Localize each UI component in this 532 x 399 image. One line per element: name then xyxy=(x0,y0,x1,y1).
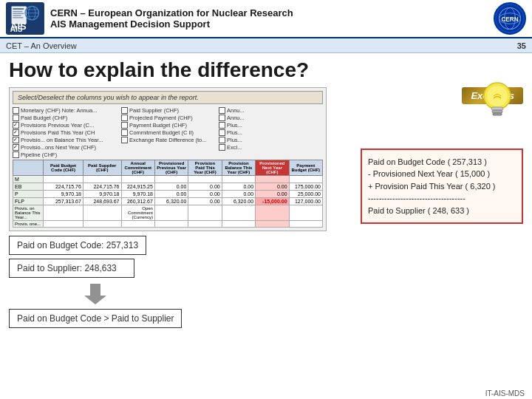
table-row: Provis. on Balance This Year... Open Com… xyxy=(13,205,323,220)
lightbulb-icon xyxy=(479,80,516,124)
checkbox-balance-this-year[interactable]: Provisio... on Balance This Year... xyxy=(13,137,116,143)
checkbox-plus3[interactable]: Plus... xyxy=(219,137,322,143)
checkbox-next-year[interactable]: Provisio...ons Next Year (CHF) xyxy=(13,144,116,151)
svg-rect-2 xyxy=(13,8,24,10)
checkbox-projected[interactable]: Projected Payment (CHF) xyxy=(121,115,225,121)
right-explanation-box: Paid on Budget Code ( 257,313 ) - Provis… xyxy=(361,149,523,225)
svg-marker-18 xyxy=(84,284,106,304)
checkbox-prev-year[interactable]: Provisions Previous Year (C... xyxy=(13,122,116,129)
table-row: Provis. one... xyxy=(13,220,323,227)
svg-text:AIS: AIS xyxy=(10,25,23,33)
section-label: CET – An Overview xyxy=(6,41,77,50)
explanation-line-4: ------------------------------------ xyxy=(368,192,516,205)
explanation-line-5: Paid to Supplier ( 248, 633 ) xyxy=(368,205,516,217)
explanation-line-2: - Provisioned Next Year ( 15,000 ) xyxy=(368,168,516,180)
explanation-line-3: + Provision Paid This Year ( 6,320 ) xyxy=(368,180,516,193)
ais-logo: AIS xyxy=(6,2,44,35)
checkbox-monetary[interactable]: Monetary (CHF) Note: Annua... xyxy=(13,107,116,114)
svg-text:CERN: CERN xyxy=(501,16,518,23)
page-number: 35 xyxy=(517,41,526,50)
checkbox-paid-budget[interactable]: Paid Budget (CHF) xyxy=(13,115,116,121)
arrow-down-indicator xyxy=(9,284,182,304)
system-name: AIS Management Decision Support xyxy=(50,18,293,30)
checkbox-payment-budget[interactable]: Payment Budget (CHF) xyxy=(121,122,225,129)
top-bar: CET – An Overview 35 xyxy=(0,38,532,53)
svg-rect-4 xyxy=(13,13,24,14)
table-row: EB 224,715.76224,715.76224,915.250.000.0… xyxy=(13,183,323,190)
dialog-instruction: Select/Deselect the columns you wish to … xyxy=(13,91,323,104)
checkbox-excl[interactable]: Excl... xyxy=(219,144,322,151)
checkbox-paid-supplier[interactable]: Paid Supplier (CHF) xyxy=(121,107,225,114)
svg-rect-23 xyxy=(493,113,502,115)
org-name: CERN – European Organization for Nuclear… xyxy=(50,7,293,18)
checkbox-plus2[interactable]: Plus... xyxy=(219,129,322,136)
checkbox-plus1[interactable]: Plus... xyxy=(219,122,322,129)
checkbox-annu1[interactable]: Annu... xyxy=(219,107,322,114)
svg-rect-3 xyxy=(13,11,22,12)
paid-budget-code-box: Paid on Budget Code: 257,313 xyxy=(9,236,146,255)
explanation-line-1: Paid on Budget Code ( 257,313 ) xyxy=(368,156,516,168)
footer-label: IT-AIS-MDS xyxy=(485,389,525,398)
table-row-flp: FLP 257,313.67248,693.67260,312.676,320.… xyxy=(13,197,323,205)
result-box: Paid on Budget Code > Paid to Supplier xyxy=(9,309,182,328)
checkbox-annu2[interactable]: Annu... xyxy=(219,115,322,121)
cern-logo: CERN xyxy=(494,2,526,35)
paid-supplier-box: Paid to Supplier: 248,633 xyxy=(9,259,134,278)
svg-rect-6 xyxy=(13,17,23,18)
table-screenshot-area: Select/Deselect the columns you wish to … xyxy=(9,87,327,231)
data-table: Paid Budget Code (CHF) Paid Supplier (CH… xyxy=(13,160,323,228)
checkbox-exchange[interactable]: Exchange Rate Difference (to... xyxy=(121,137,225,143)
svg-rect-21 xyxy=(491,107,503,110)
table-row: P 9,970.189,970.189,970.180.000.000.000.… xyxy=(13,190,323,197)
checkbox-commitment[interactable]: Commitment Budget (C II) xyxy=(121,129,225,136)
svg-rect-22 xyxy=(492,110,502,113)
checkbox-paid-this-year[interactable]: Provisions Paid This Year (CH xyxy=(13,129,116,136)
svg-rect-5 xyxy=(13,15,21,16)
checkbox-pipeline[interactable]: Pipeline (CHF) xyxy=(13,151,116,158)
table-row: M xyxy=(13,175,323,183)
page-title: How to explain the difference? xyxy=(9,58,523,83)
